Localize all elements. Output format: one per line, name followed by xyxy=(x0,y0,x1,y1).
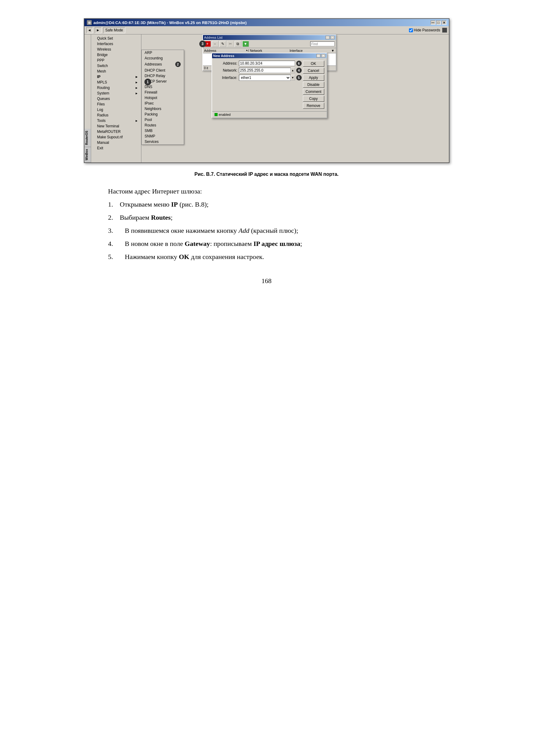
sidebar-item-mesh-label: Mesh xyxy=(97,69,106,73)
main-content: 1 ARP Accounting Addresses 2 DH xyxy=(142,35,449,162)
addr-edit-button[interactable]: ✎ xyxy=(219,41,226,47)
new-address-buttons: OK Cancel Apply Disable Comment Copy Rem… xyxy=(303,61,324,109)
sidebar-item-ip[interactable]: IP xyxy=(91,74,141,80)
new-address-title: New Address xyxy=(213,54,234,58)
comment-button[interactable]: Comment xyxy=(303,89,324,95)
address-field-label: Address: xyxy=(215,61,237,66)
safe-mode-button[interactable]: Safe Mode xyxy=(103,27,125,33)
new-address-bottom: enabled xyxy=(212,111,327,118)
sidebar-item-queues[interactable]: Queues xyxy=(91,96,141,101)
sidebar-item-tools[interactable]: Tools xyxy=(91,118,141,123)
addr-copy-button[interactable]: ⧉ xyxy=(235,41,241,47)
steps-list: 1. Открываем меню IP (рис. В.8); 2. Выби… xyxy=(108,199,449,223)
ip-menu-packing[interactable]: Packing xyxy=(142,112,184,117)
winbox-icon: ⊞ xyxy=(87,20,92,25)
step-3: 3. В появившемся окне нажимаем кнопку Ad… xyxy=(108,226,449,235)
ip-menu-services[interactable]: Services xyxy=(142,139,184,145)
ip-menu-snmp[interactable]: SNMP xyxy=(142,133,184,139)
ip-menu-firewall[interactable]: Firewall xyxy=(142,90,184,95)
enabled-indicator xyxy=(215,113,218,116)
sidebar-item-make-supout[interactable]: Make Supout.rif xyxy=(91,134,141,140)
interface-dropdown-btn[interactable]: ▼ xyxy=(291,75,295,80)
ip-menu-dhcp-relay[interactable]: DHCP Relay xyxy=(142,73,184,79)
addr-window-close-btn[interactable]: ✕ xyxy=(330,36,334,39)
network-up-button[interactable]: ▲ xyxy=(291,68,295,73)
interface-field-select[interactable]: ether1 xyxy=(239,75,291,81)
sidebar-item-mpls[interactable]: MPLS xyxy=(91,80,141,85)
winbox-body: RouterOS WinBox Quick Set Interfaces Wir… xyxy=(84,35,449,162)
sidebar-item-exit[interactable]: Exit xyxy=(91,145,141,151)
addr-col-address: Address xyxy=(204,49,246,52)
minimize-button[interactable]: — xyxy=(431,20,436,25)
ip-menu-ipsec[interactable]: IPsec xyxy=(142,100,184,106)
rotated-labels: RouterOS WinBox xyxy=(84,35,91,162)
sidebar: Quick Set Interfaces Wireless Bridge PPP… xyxy=(91,35,142,162)
network-field-input[interactable] xyxy=(239,68,291,73)
hide-passwords-checkbox[interactable] xyxy=(409,28,413,32)
ip-menu-addresses[interactable]: Addresses 2 xyxy=(142,61,184,68)
forward-button[interactable]: ► xyxy=(95,27,101,33)
sidebar-item-system-label: System xyxy=(97,91,109,95)
sidebar-item-quickset[interactable]: Quick Set xyxy=(91,36,141,41)
sidebar-item-wireless[interactable]: Wireless xyxy=(91,47,141,52)
sidebar-item-make-supout-label: Make Supout.rif xyxy=(97,135,123,139)
annotation-4: 4 xyxy=(296,68,302,73)
sidebar-item-routing[interactable]: Routing xyxy=(91,85,141,91)
ip-menu-smb[interactable]: SMB xyxy=(142,128,184,133)
ok-button[interactable]: OK xyxy=(303,61,324,67)
back-button[interactable]: ◄ xyxy=(86,27,93,33)
sidebar-item-queues-label: Queues xyxy=(97,96,110,101)
sidebar-item-radius-label: Radius xyxy=(97,113,109,117)
new-address-fields: Address: 6 Network: ▲ xyxy=(215,61,301,109)
disable-button[interactable]: Disable xyxy=(303,82,324,88)
addr-filter-button[interactable]: ▼ xyxy=(242,41,249,47)
new-address-dialog: New Address ⊟ ✕ Address: xyxy=(211,53,327,118)
sidebar-item-interfaces[interactable]: Interfaces xyxy=(91,41,141,47)
ip-menu-pool[interactable]: Pool xyxy=(142,117,184,122)
ip-menu-hotspot[interactable]: Hotspot xyxy=(142,95,184,100)
addr-col-interface: Interface xyxy=(289,49,331,52)
sidebar-item-manual[interactable]: Manual xyxy=(91,140,141,145)
copy-button[interactable]: Copy xyxy=(303,96,324,102)
addr-remove-button[interactable]: − xyxy=(212,41,219,47)
addr-window-restore-btn[interactable]: ⊟ xyxy=(326,36,330,39)
address-list-toolbar: + − ✎ ✂ ⧉ ▼ xyxy=(203,40,336,48)
ip-menu-routes[interactable]: Routes xyxy=(142,122,184,128)
sidebar-item-radius[interactable]: Radius xyxy=(91,112,141,118)
ip-menu-accounting[interactable]: Accounting xyxy=(142,55,184,61)
new-addr-close-btn[interactable]: ✕ xyxy=(321,54,326,58)
sidebar-item-ppp-label: PPP xyxy=(97,58,105,63)
sidebar-item-ip-label: IP xyxy=(97,75,100,79)
close-button[interactable]: ✕ xyxy=(441,20,446,25)
address-field-row: Address: 6 xyxy=(215,61,301,66)
address-field-input[interactable] xyxy=(239,61,295,66)
apply-button[interactable]: Apply xyxy=(303,75,324,81)
addr-cut-button[interactable]: ✂ xyxy=(227,41,234,47)
enabled-label: enabled xyxy=(219,113,231,117)
sidebar-item-routing-label: Routing xyxy=(97,86,110,90)
sidebar-item-files[interactable]: Files xyxy=(91,101,141,107)
hide-passwords-checkbox-label[interactable]: Hide Passwords xyxy=(409,28,440,32)
new-addr-restore-btn[interactable]: ⊟ xyxy=(316,54,321,58)
sidebar-item-ppp[interactable]: PPP xyxy=(91,58,141,63)
new-address-body: Address: 6 Network: ▲ xyxy=(212,58,327,111)
network-field-label: Network: xyxy=(215,68,237,72)
ip-menu-dhcp-client[interactable]: DHCP Client xyxy=(142,68,184,73)
ip-menu-arp[interactable]: ARP xyxy=(142,50,184,55)
ip-menu-neighbors[interactable]: Neighbors xyxy=(142,106,184,112)
sidebar-item-bridge[interactable]: Bridge xyxy=(91,52,141,58)
sidebar-item-tools-label: Tools xyxy=(97,119,106,123)
remove-button[interactable]: Remove xyxy=(303,103,324,109)
maximize-button[interactable]: □ xyxy=(436,20,441,25)
addr-find-input[interactable] xyxy=(310,41,334,46)
sidebar-item-system[interactable]: System xyxy=(91,91,141,96)
sidebar-item-log[interactable]: Log xyxy=(91,107,141,112)
annotation-6: 6 xyxy=(296,61,302,66)
sidebar-item-switch[interactable]: Switch xyxy=(91,63,141,68)
sidebar-item-new-terminal[interactable]: New Terminal xyxy=(91,123,141,129)
address-list-title: Address List xyxy=(204,36,223,39)
cancel-button[interactable]: Cancel xyxy=(303,68,324,74)
sidebar-item-interfaces-label: Interfaces xyxy=(97,42,113,46)
sidebar-item-mesh[interactable]: Mesh xyxy=(91,68,141,74)
sidebar-item-metarouter[interactable]: MetaROUTER xyxy=(91,129,141,134)
